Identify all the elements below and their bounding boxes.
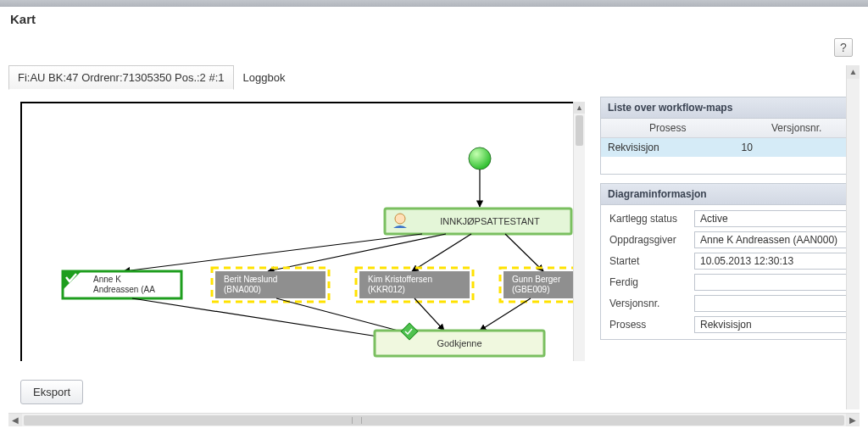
diagram-info-panel: Diagraminformasjon Kartlegg status Oppdr…: [600, 183, 860, 340]
node-berit-l2: (BNA000): [224, 285, 261, 294]
info-row-oppdragsgiver: Oppdragsgiver: [609, 231, 850, 248]
export-button[interactable]: Eksport: [20, 380, 83, 404]
input-oppdragsgiver[interactable]: [694, 231, 850, 248]
scroll-right-icon[interactable]: ▶: [846, 414, 860, 426]
node-gunn-l2: (GBE009): [512, 285, 549, 294]
label-prosess: Prosess: [609, 319, 694, 331]
info-row-versjon: Versjonsnr.: [609, 295, 850, 312]
cell-version: 10: [734, 138, 859, 158]
info-grid: Kartlegg status Oppdragsgiver Startet: [601, 205, 859, 339]
table-row[interactable]: Rekvisisjon 10: [601, 138, 859, 158]
workflow-list-header: Liste over workflow-maps: [601, 97, 859, 119]
diagram-info-header: Diagraminformasjon: [601, 184, 859, 205]
page-hscroll[interactable]: ◀ ▶: [8, 413, 860, 426]
svg-line-13: [480, 298, 531, 331]
svg-line-2: [124, 234, 422, 271]
label-startet: Startet: [609, 255, 694, 267]
content-area: ? Fi:AU BK:47 Ordrenr:71305350 Pos.:2 #:…: [0, 31, 868, 445]
cell-process: Rekvisisjon: [601, 138, 734, 158]
tab-strip: Fi:AU BK:47 Ordrenr:71305350 Pos.:2 #:1 …: [8, 65, 860, 90]
workflow-diagram[interactable]: INNKJØPSATTESTANT Anne K Andreassen (AA: [8, 97, 585, 361]
svg-line-5: [505, 234, 543, 271]
info-row-ferdig: Ferdig: [609, 274, 850, 291]
svg-line-3: [268, 234, 446, 271]
tab-loggbok[interactable]: Loggbok: [234, 65, 295, 90]
col-version[interactable]: Versjonsnr.: [734, 119, 859, 138]
svg-line-12: [415, 298, 444, 331]
node-kim-l1: Kim Kristoffersen: [368, 275, 432, 284]
scroll-thumb[interactable]: [576, 115, 583, 146]
input-ferdig[interactable]: [694, 274, 850, 291]
tab-order[interactable]: Fi:AU BK:47 Ordrenr:71305350 Pos.:2 #:1: [8, 65, 234, 90]
info-row-startet: Startet: [609, 253, 850, 270]
scroll-up-icon[interactable]: ▲: [847, 65, 860, 79]
page-vscroll[interactable]: ▲: [846, 65, 860, 409]
diagram-svg: INNKJØPSATTESTANT Anne K Andreassen (AA: [22, 103, 581, 359]
role-label: INNKJØPSATTESTANT: [440, 216, 540, 226]
node-anne-l2: Andreassen (AA: [93, 285, 155, 294]
table-row-empty: [601, 157, 859, 174]
node-berit-l1: Berit Næslund: [224, 275, 277, 284]
info-row-status: Kartlegg status: [609, 210, 850, 227]
workflow-list-panel: Liste over workflow-maps Prosess Versjon…: [600, 97, 860, 175]
svg-point-1: [395, 214, 405, 224]
scroll-up-arrow-icon[interactable]: ▲: [574, 102, 585, 114]
diagram-vscroll[interactable]: ▲: [573, 102, 585, 361]
info-row-prosess: Prosess: [609, 316, 850, 333]
inner-scroll-pane: Fi:AU BK:47 Ordrenr:71305350 Pos.:2 #:1 …: [8, 65, 860, 430]
page-title: Kart: [0, 7, 868, 31]
scroll-left-icon[interactable]: ◀: [8, 414, 22, 426]
main-split: INNKJØPSATTESTANT Anne K Andreassen (AA: [8, 97, 860, 376]
godkjenne-label: Godkjenne: [437, 338, 481, 348]
label-versjonsnr: Versjonsnr.: [609, 298, 694, 309]
node-gunn-l1: Gunn Berger: [512, 275, 561, 284]
col-process[interactable]: Prosess: [601, 119, 734, 138]
node-kim-l2: (KKR012): [368, 285, 405, 294]
window-chrome-bar: [0, 0, 868, 7]
label-oppdragsgiver: Oppdragsgiver: [609, 234, 694, 246]
input-versjonsnr[interactable]: [694, 295, 850, 312]
help-button[interactable]: ?: [834, 38, 853, 57]
workflow-table: Prosess Versjonsnr. Rekvisisjon 10: [601, 119, 859, 174]
input-prosess[interactable]: [694, 316, 850, 333]
input-startet[interactable]: [694, 253, 850, 270]
start-node-icon: [469, 147, 491, 170]
label-kartlegg-status: Kartlegg status: [609, 213, 694, 225]
hscroll-thumb[interactable]: [24, 415, 844, 426]
side-panel: Liste over workflow-maps Prosess Versjon…: [600, 97, 860, 368]
label-ferdig: Ferdig: [609, 276, 694, 288]
input-kartlegg-status[interactable]: [694, 210, 850, 227]
svg-line-10: [132, 298, 405, 341]
node-anne-l1: Anne K: [93, 275, 121, 284]
